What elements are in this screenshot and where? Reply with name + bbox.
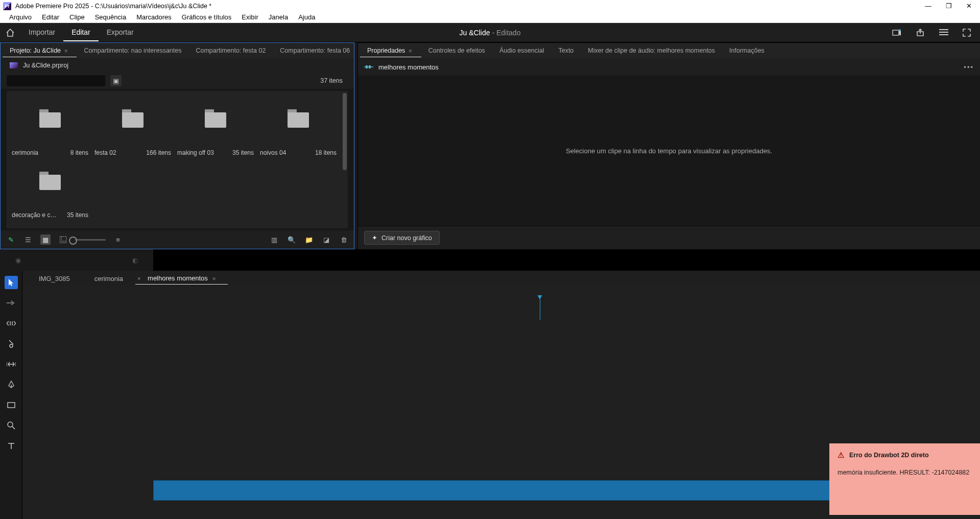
sequence-icon [364,63,373,70]
svg-rect-6 [366,65,368,68]
menu-janela[interactable]: Janela [264,12,293,22]
razor-tool-icon[interactable] [5,337,18,350]
error-title: Erro do Drawbot 2D direto [849,452,929,459]
tab-informacoes[interactable]: Informações [722,44,772,57]
window-close-icon[interactable]: ✕ [966,2,972,10]
close-tab-icon[interactable]: × [137,275,140,281]
svg-line-10 [12,427,15,429]
panel-menu-icon[interactable]: ••• [964,63,974,71]
window-titlebar: Pr Adobe Premiere Pro 2025 - C:\Usuários… [0,0,980,12]
selection-tool-icon[interactable] [5,276,18,289]
icon-view-icon[interactable]: ▦ [40,234,51,245]
new-item-icon[interactable]: ◪ [321,234,331,245]
bin-cerimonia[interactable]: cerimonia8 itens [9,96,91,158]
bin-making-off[interactable]: making off 0335 itens [174,96,257,158]
properties-panel-tabs: Propriedades ≡ Controles de efeitos Áudi… [358,43,980,58]
menu-clipe[interactable]: Clipe [64,12,90,22]
menu-graficos[interactable]: Gráficos e títulos [177,12,237,22]
app-icon: Pr [3,2,11,10]
document-title: Ju &Clide - Editado [460,29,521,37]
project-panel: Projeto: Ju &Clide ≡ Compartimento: nao … [0,42,354,249]
tab-projeto[interactable]: Projeto: Ju &Clide ≡ [3,44,77,57]
tab-menu-icon[interactable]: ≡ [212,276,216,281]
error-notification[interactable]: ⚠ Erro do Drawbot 2D direto memória insu… [829,443,980,515]
menu-ajuda[interactable]: Ajuda [293,12,320,22]
mode-import[interactable]: Importar [20,24,63,41]
folder-icon [122,112,144,128]
tab-menu-icon[interactable]: ≡ [407,48,414,54]
menu-exibir[interactable]: Exibir [236,12,264,22]
trash-icon[interactable]: 🗑 [339,234,349,245]
hand-zoom-tool-icon[interactable] [5,419,18,432]
warning-icon: ⚠ [838,451,844,460]
playhead[interactable] [540,298,540,320]
fullscreen-icon[interactable] [963,29,971,37]
pen-tool-icon[interactable] [5,378,18,391]
svg-rect-7 [369,65,371,68]
list-view-icon[interactable]: ☰ [23,234,33,245]
sequence-name: melhores momentos [378,63,439,71]
zoom-slider[interactable] [75,239,106,241]
mode-export[interactable]: Exportar [99,24,142,41]
quick-export-icon[interactable] [892,29,901,37]
svg-rect-8 [8,403,15,408]
new-bin-icon[interactable]: 📁 [304,234,314,245]
tab-menu-icon[interactable]: ≡ [63,48,70,54]
sort-icon[interactable]: ≡ [113,234,123,245]
search-input[interactable] [7,75,105,86]
rectangle-tool-icon[interactable] [5,398,18,412]
tab-controles-efeitos[interactable]: Controles de efeitos [421,44,492,57]
project-panel-tabs: Projeto: Ju &Clide ≡ Compartimento: nao … [1,43,354,58]
monitor-settings-icon[interactable]: ◐ [132,256,138,264]
project-file-name: Ju &Clide.prproj [23,62,68,69]
timeline-tabs: IMG_3085 cerimonia × melhores momentos ≡ [22,271,980,286]
tab-audio-essencial[interactable]: Áudio essencial [492,44,552,57]
mode-edit[interactable]: Editar [63,24,99,41]
create-graphic-button[interactable]: ✦ Criar novo gráfico [364,231,440,245]
bins-area[interactable]: cerimonia8 itens festa 02166 itens makin… [7,91,348,228]
ripple-edit-tool-icon[interactable] [5,317,18,330]
source-monitor-strip: ◉ ◐ [0,249,980,271]
tab-mixer[interactable]: Mixer de clipe de áudio: melhores moment… [581,44,722,57]
share-icon[interactable] [916,29,925,37]
folder-icon [39,112,61,128]
timeline-tab-cerimonia[interactable]: cerimonia [82,273,135,285]
menu-editar[interactable]: Editar [37,12,64,22]
project-footer: ✎ ☰ ▦ ⿺ ≡ ▥ 🔍 📁 ◪ 🗑 [1,230,354,249]
window-minimize-icon[interactable]: — [925,2,931,10]
menubar: Arquivo Editar Clipe Sequência Marcadore… [0,12,980,23]
automate-icon[interactable]: ▥ [269,234,279,245]
create-graphic-label: Criar novo gráfico [381,234,432,242]
find-icon[interactable]: 🔍 [286,234,297,245]
workspace-menu-icon[interactable] [939,29,948,37]
top-toolbar: Importar Editar Exportar Ju &Clide - Edi… [0,23,980,42]
slip-tool-icon[interactable] [5,358,18,371]
type-tool-icon[interactable] [5,439,18,453]
pencil-icon[interactable]: ✎ [6,234,16,245]
tab-bin-nao-interessantes[interactable]: Compartimento: nao interessantes [77,44,188,57]
bin-noivos[interactable]: noivos 0418 itens [257,96,340,158]
menu-sequencia[interactable]: Sequência [90,12,131,22]
freeform-icon[interactable]: ⿺ [58,234,68,245]
timeline-tab-melhores[interactable]: × melhores momentos ≡ [135,272,228,285]
tab-propriedades[interactable]: Propriedades ≡ [360,44,421,57]
svg-point-1 [899,29,901,31]
home-icon[interactable] [0,29,20,37]
error-body: memória insuficiente. HRESULT: -21470248… [838,469,972,476]
tab-bin-festa06[interactable]: Compartimento: festa 06 [273,44,354,57]
properties-header: melhores momentos ••• [358,58,980,76]
bins-scrollbar[interactable] [343,93,347,170]
timeline-tab-img3085[interactable]: IMG_3085 [27,273,82,285]
window-maximize-icon[interactable]: ❐ [946,2,952,10]
freeform-view-icon[interactable]: ▣ [110,75,122,86]
project-file-row: Ju &Clide.prproj [1,58,354,73]
menu-marcadores[interactable]: Marcadores [131,12,177,22]
project-file-icon [10,62,18,68]
bin-festa02[interactable]: festa 02166 itens [91,96,174,158]
bin-decoracao[interactable]: decoração e cenari...35 itens [9,158,91,221]
monitor-fx-icon[interactable]: ◉ [15,256,21,264]
track-select-tool-icon[interactable] [5,296,18,310]
tab-bin-festa02[interactable]: Compartimento: festa 02 [188,44,273,57]
menu-arquivo[interactable]: Arquivo [4,12,37,22]
tab-texto[interactable]: Texto [551,44,581,57]
